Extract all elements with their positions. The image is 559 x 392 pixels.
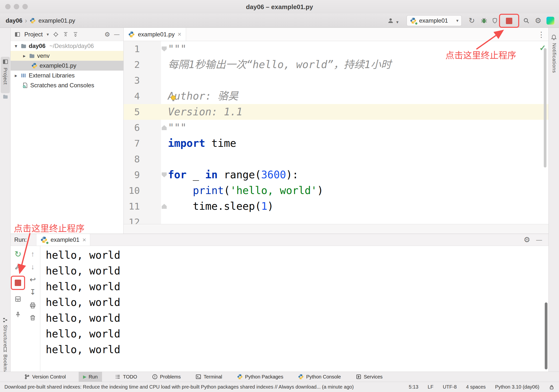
next-occurrence-button[interactable]: ↓: [29, 263, 37, 271]
editor-options-kebab-icon[interactable]: ⋮: [538, 30, 545, 39]
tree-row-day06[interactable]: ▾ day06 ~/Desktop/day06: [11, 41, 123, 51]
pycharm-logo-icon: [546, 17, 554, 25]
commit-stripe-button[interactable]: [2, 94, 8, 100]
line-number[interactable]: 10: [124, 183, 143, 198]
code-text: ):: [286, 169, 298, 181]
toolbar-item-python-console[interactable]: Python Console: [296, 372, 343, 382]
print-button[interactable]: [29, 301, 37, 310]
tree-row-external-libraries[interactable]: ▸ External Libraries: [11, 71, 123, 80]
prev-occurrence-button[interactable]: ↑: [29, 250, 37, 258]
stripe-label-notifications[interactable]: Notifications: [551, 43, 557, 73]
hide-panel-button[interactable]: —: [114, 32, 119, 37]
line-number[interactable]: 8: [124, 151, 143, 167]
tree-row-venv[interactable]: ▸ venv: [11, 51, 123, 61]
notifications-stripe-button[interactable]: [551, 34, 557, 40]
modify-run-config-button[interactable]: [14, 263, 22, 271]
breadcrumb-project[interactable]: day06: [6, 17, 22, 24]
toolbar-item-services[interactable]: Services: [354, 372, 385, 382]
line-number[interactable]: 2: [124, 57, 143, 73]
toolbar-item-python-packages[interactable]: Python Packages: [235, 372, 285, 382]
stop-button[interactable]: [506, 18, 512, 24]
structure-stripe-button[interactable]: [2, 317, 8, 323]
user-account-button[interactable]: [386, 16, 395, 25]
chevron-right-icon[interactable]: ▸: [14, 73, 18, 78]
code-line: 10 print('hello, world'): [124, 183, 548, 198]
encoding-widget[interactable]: UTF-8: [443, 384, 457, 390]
restore-layout-button[interactable]: [14, 295, 22, 303]
rerun-program-button[interactable]: ↻: [14, 250, 22, 258]
line-number[interactable]: 4: [124, 88, 143, 104]
line-number[interactable]: 3: [124, 73, 143, 88]
line-number[interactable]: 9: [124, 167, 143, 183]
scroll-to-end-icon: ↧: [29, 288, 36, 296]
clear-output-button[interactable]: [29, 314, 37, 322]
console-scrollbar-thumb[interactable]: [545, 302, 547, 369]
toolbar-item-label: Services: [364, 374, 383, 380]
chevron-right-icon[interactable]: ▸: [22, 53, 27, 59]
interpreter-widget[interactable]: Python 3.10 (day06): [495, 384, 539, 390]
toolbar-item-problems[interactable]: Problems: [150, 372, 183, 382]
panel-settings-gear-icon[interactable]: ⚙: [104, 31, 110, 38]
ide-logo-button[interactable]: [546, 16, 555, 25]
run-console-output[interactable]: hello, world hello, world hello, world h…: [40, 246, 548, 372]
python-file-icon: [29, 17, 36, 24]
libraries-icon: [20, 72, 27, 79]
line-number[interactable]: 6: [124, 120, 143, 136]
stop-program-button[interactable]: [15, 280, 21, 286]
run-panel-gear-icon[interactable]: ⚙: [524, 236, 530, 243]
tab-example01[interactable]: example01.py ×: [124, 28, 186, 41]
console-line: hello, world: [46, 326, 548, 342]
code-line: 4 Author: 骆昊: [124, 88, 548, 104]
line-number[interactable]: 11: [124, 198, 143, 214]
code-text: _: [187, 169, 205, 181]
toolbar-item-todo[interactable]: TODO: [113, 372, 139, 382]
run-configuration-selector[interactable]: example01 ▾: [407, 15, 462, 26]
caret-position-widget[interactable]: 5:13: [409, 384, 418, 390]
run-tab-example01[interactable]: example01 ×: [36, 234, 90, 246]
editor-run-splitter[interactable]: [124, 224, 548, 234]
line-separator-widget[interactable]: LF: [428, 384, 433, 390]
close-tab-icon[interactable]: ×: [177, 30, 181, 38]
toolbar-item-version-control[interactable]: Version Control: [22, 372, 68, 382]
status-message[interactable]: Download pre-built shared indexes: Reduc…: [4, 384, 399, 390]
code-number: 3600: [261, 169, 286, 181]
indent-widget[interactable]: 4 spaces: [466, 384, 486, 390]
line-number[interactable]: 12: [124, 214, 143, 224]
code-line-current: 5 Version: 1.1: [124, 104, 548, 120]
expand-all-button[interactable]: [63, 31, 69, 37]
intention-bulb-icon[interactable]: [170, 95, 177, 102]
settings-button[interactable]: ⚙: [534, 16, 542, 25]
tree-row-scratches[interactable]: Scratches and Consoles: [11, 80, 123, 90]
select-opened-file-button[interactable]: [53, 31, 59, 37]
bookmarks-stripe-button[interactable]: [2, 347, 8, 352]
project-panel-title[interactable]: Project: [24, 31, 43, 38]
tree-row-example01[interactable]: example01.py: [11, 61, 123, 71]
lock-icon[interactable]: [549, 384, 555, 390]
collapse-all-button[interactable]: [73, 31, 78, 37]
hide-run-panel-button[interactable]: —: [536, 237, 542, 243]
debug-button[interactable]: [480, 16, 488, 25]
stripe-label-structure[interactable]: Structure: [2, 325, 8, 347]
project-stripe-button[interactable]: [2, 59, 8, 65]
line-number[interactable]: 1: [124, 41, 143, 57]
chevron-down-icon[interactable]: ▾: [14, 43, 18, 49]
toolbar-item-terminal[interactable]: Terminal: [193, 372, 224, 382]
line-number[interactable]: 7: [124, 136, 143, 151]
project-tool-window: Project ▾ ⚙ — ▾ day06 ~/Desktop/day06 ▸ …: [11, 28, 124, 234]
code-line: 8: [124, 151, 548, 167]
close-tab-icon[interactable]: ×: [82, 236, 86, 244]
editor-tab-bar: example01.py × ⋮: [124, 28, 548, 41]
chevron-down-icon: ▾: [456, 18, 458, 23]
soft-wrap-button[interactable]: ↩: [29, 275, 37, 284]
coverage-button[interactable]: [491, 16, 499, 25]
breadcrumb-file[interactable]: example01.py: [38, 17, 75, 24]
rerun-button[interactable]: ↻: [468, 16, 476, 25]
line-number[interactable]: 5: [124, 104, 143, 120]
code-editor[interactable]: 1 """ 2 每隔1秒输出一次“hello, world”，持续1小时 3 4…: [124, 41, 548, 224]
toolbar-item-run[interactable]: ▶ Run: [79, 372, 102, 382]
search-everywhere-button[interactable]: [522, 16, 530, 25]
stripe-label-project[interactable]: Project: [2, 68, 8, 85]
pin-tab-button[interactable]: [14, 311, 22, 319]
scroll-to-end-button[interactable]: ↧: [29, 288, 37, 296]
editor-scrollbar-thumb[interactable]: [544, 48, 546, 167]
